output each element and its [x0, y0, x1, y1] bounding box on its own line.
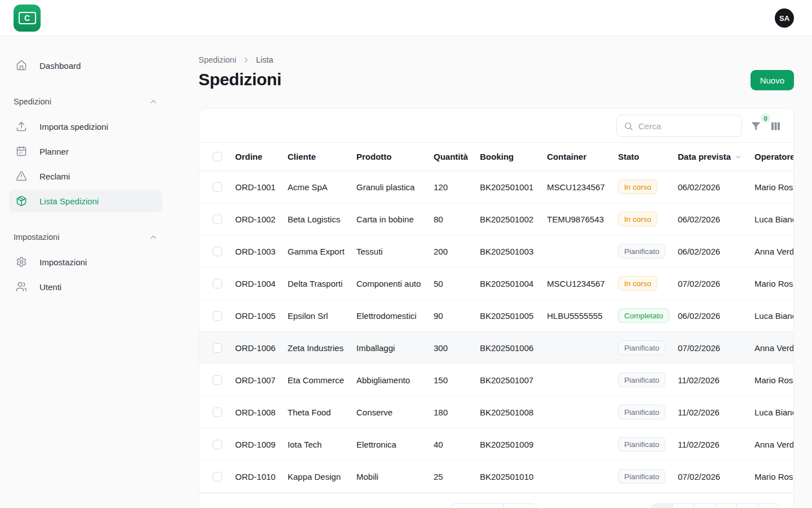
row-checkbox[interactable] [213, 214, 222, 224]
cell-prodotto: Elettrodomestici [356, 311, 434, 321]
table-row[interactable]: ORD-1008Theta FoodConserve180BK202501008… [199, 396, 794, 428]
home-icon [16, 60, 27, 71]
sidebar-section-label: Spedizioni [14, 97, 51, 106]
row-checkbox[interactable] [213, 311, 222, 321]
column-header-cliente[interactable]: Cliente [288, 152, 356, 161]
table-row[interactable]: ORD-1005Epsilon SrlElettrodomestici90BK2… [199, 300, 794, 332]
sidebar-item-lista-spedizioni[interactable]: Lista Spedizioni [9, 190, 162, 212]
per-page-select[interactable]: 10 [504, 504, 537, 508]
user-avatar[interactable]: SA [775, 8, 794, 28]
column-header-container[interactable]: Container [547, 152, 618, 161]
sidebar-item-impostazioni[interactable]: Impostazioni [9, 251, 162, 273]
sidebar-item-label: Impostazioni [39, 257, 87, 267]
status-badge: In corso [618, 212, 657, 226]
columns-icon[interactable] [770, 121, 781, 132]
cell-data_prevista: 11/02/2026 [678, 440, 754, 449]
table-toolbar: 0 [199, 109, 793, 143]
sidebar-item-reclami[interactable]: Reclami [9, 165, 162, 187]
sidebar-item-label: Reclami [39, 172, 70, 181]
cell-prodotto: Mobili [356, 472, 434, 481]
row-checkbox[interactable] [213, 440, 222, 449]
page-button-3[interactable]: 3 [694, 504, 716, 508]
cell-booking: BK202501005 [480, 311, 547, 321]
sidebar-item-label: Dashboard [39, 61, 81, 71]
cell-stato: In corso [618, 276, 678, 291]
row-checkbox[interactable] [213, 375, 222, 385]
cell-quantita: 90 [434, 311, 480, 321]
table-row[interactable]: ORD-1002Beta LogisticsCarta in bobine80B… [199, 203, 794, 235]
cell-booking: BK202501009 [480, 440, 547, 449]
status-badge: Pianificato [618, 469, 665, 484]
cell-quantita: 180 [434, 408, 480, 417]
column-header-prodotto[interactable]: Prodotto [356, 152, 434, 161]
cell-container: MSCU1234567 [547, 279, 618, 288]
users-icon [16, 281, 27, 292]
breadcrumb-spedizioni[interactable]: Spedizioni [198, 55, 236, 64]
column-header-booking[interactable]: Booking [480, 152, 547, 161]
row-checkbox[interactable] [213, 182, 222, 192]
column-header-quantita[interactable]: Quantità [434, 152, 480, 161]
table-row[interactable]: ORD-1004Delta TrasportiComponenti auto50… [199, 268, 794, 300]
cell-booking: BK202501001 [480, 182, 547, 192]
table-row[interactable]: ORD-1007Eta CommerceAbbigliamento150BK20… [199, 364, 794, 396]
cell-cliente: Delta Trasporti [288, 279, 356, 288]
app-logo[interactable]: C [14, 5, 41, 32]
cell-quantita: 300 [434, 343, 480, 353]
column-header-operatore[interactable]: Operatore [754, 152, 794, 161]
cell-stato: Pianificato [618, 340, 678, 355]
row-checkbox-cell [199, 214, 235, 224]
cell-prodotto: Granuli plastica [356, 182, 434, 192]
column-header-ordine[interactable]: Ordine [235, 152, 288, 161]
cell-quantita: 120 [434, 182, 480, 192]
sidebar-section-spedizioni[interactable]: Spedizioni [9, 90, 162, 113]
cell-data_prevista: 07/02/2026 [678, 343, 754, 353]
cell-cliente: Theta Food [288, 408, 356, 417]
cell-data_prevista: 07/02/2026 [678, 279, 754, 288]
next-page-button[interactable] [758, 504, 780, 508]
cell-booking: BK202501006 [480, 343, 547, 353]
status-badge: Pianificato [618, 405, 665, 419]
cell-data_prevista: 06/02/2026 [678, 214, 754, 224]
pagination: 12345 [651, 503, 780, 508]
filter-icon[interactable] [751, 121, 761, 132]
new-shipment-button[interactable]: Nuovo [751, 70, 794, 90]
cell-ordine: ORD-1007 [235, 375, 288, 385]
table-row[interactable]: ORD-1010Kappa DesignMobili25BK202501010P… [199, 461, 794, 493]
sidebar-item-importa-spedizioni[interactable]: Importa spedizioni [9, 115, 162, 138]
table-row[interactable]: ORD-1003Gamma ExportTessuti200BK20250100… [199, 235, 794, 268]
cell-quantita: 25 [434, 472, 480, 481]
cell-stato: In corso [618, 179, 678, 194]
table-row[interactable]: ORD-1009Iota TechElettronica40BK20250100… [199, 428, 794, 461]
per-page-label: per pagina [450, 504, 504, 508]
table-row[interactable]: ORD-1006Zeta IndustriesImballaggi300BK20… [199, 332, 794, 364]
cell-container: TEMU9876543 [547, 214, 618, 224]
page-button-4[interactable]: 4 [716, 504, 737, 508]
row-checkbox[interactable] [213, 247, 222, 256]
sidebar-item-planner[interactable]: Planner [9, 140, 162, 163]
sidebar-item-dashboard[interactable]: Dashboard [9, 54, 162, 77]
cell-operatore: Anna Verdi [754, 247, 794, 256]
row-checkbox[interactable] [213, 472, 222, 481]
column-header-data_prevista[interactable]: Data prevista [678, 152, 754, 161]
table-row[interactable]: ORD-1001Acme SpAGranuli plastica120BK202… [199, 171, 794, 203]
page-button-1[interactable]: 1 [651, 504, 673, 508]
cell-data_prevista: 07/02/2026 [678, 472, 754, 481]
search-input[interactable] [638, 121, 735, 131]
sidebar-section-impostazioni[interactable]: Impostazioni [9, 226, 162, 248]
row-checkbox[interactable] [213, 408, 222, 417]
cell-operatore: Mario Rossi [754, 182, 794, 192]
row-checkbox[interactable] [213, 279, 222, 288]
sidebar-item-label: Utenti [39, 282, 61, 292]
sidebar: DashboardSpedizioniImporta spedizioniPla… [0, 36, 171, 300]
cell-quantita: 50 [434, 279, 480, 288]
page-button-2[interactable]: 2 [673, 504, 694, 508]
select-all-checkbox[interactable] [213, 152, 222, 161]
column-header-stato[interactable]: Stato [618, 152, 678, 161]
row-checkbox[interactable] [213, 343, 222, 353]
cell-operatore: Anna Verdi [754, 343, 794, 353]
page-button-5[interactable]: 5 [737, 504, 758, 508]
cell-data_prevista: 06/02/2026 [678, 311, 754, 321]
shipments-table-card: 0 OrdineClienteProdottoQuantitàBookingCo… [198, 108, 794, 508]
status-badge: Pianificato [618, 437, 665, 452]
sidebar-item-utenti[interactable]: Utenti [9, 275, 162, 298]
